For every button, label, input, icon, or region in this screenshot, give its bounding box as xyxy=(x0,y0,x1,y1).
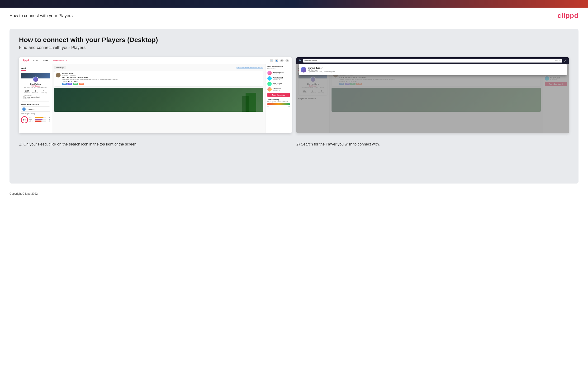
app-bar xyxy=(35,119,46,120)
chevron-down-icon: ▾ xyxy=(48,108,49,110)
player-row-4: Eli Vincent Activities: 1 xyxy=(267,87,290,92)
ott-label: OTT xyxy=(29,117,34,118)
nav-home[interactable]: Home xyxy=(32,59,38,62)
activities-count: 129 xyxy=(24,90,30,92)
clear-button[interactable]: CLEAR xyxy=(555,60,561,62)
main-subheading: Find and connect with your Players xyxy=(19,45,569,50)
metric-app: APP 70 xyxy=(29,118,50,120)
result-avatar xyxy=(301,67,306,73)
search-input-container: Marcus Turner CLEAR xyxy=(303,59,562,63)
search-icon[interactable]: 🔍 xyxy=(270,59,273,62)
quality-score: 84 xyxy=(23,119,26,121)
followers-count: 3 xyxy=(32,90,38,92)
metric-ott: OTT 79 xyxy=(29,117,50,118)
activity-sub: Yesterday · The Grove xyxy=(62,74,262,76)
player-row-2: Piers Parnell Activities: 4 xyxy=(267,76,290,81)
search-icon-overlay: 🔍 xyxy=(299,59,302,62)
middle-panel-1: Following ▾ Control who can see your act… xyxy=(52,64,265,133)
player-selector[interactable]: Eli Vincent ▾ xyxy=(21,107,50,112)
tag-putt: PUTT xyxy=(79,83,85,85)
activity-photo xyxy=(54,88,263,112)
player-name-2: Piers Parnell xyxy=(273,77,290,79)
player-name-1: Richard Butler xyxy=(273,72,290,73)
profile-stats: 129 Activities 3 Followers 4 Following xyxy=(23,90,48,93)
player-info-1: Richard Butler Activities: 7 xyxy=(273,72,290,75)
duration-value: 02 hr : 00 min xyxy=(68,81,79,82)
avatar-icon[interactable]: ● xyxy=(285,59,289,62)
ott-fill xyxy=(35,117,44,118)
metric-bars: OTT 79 APP xyxy=(29,117,50,122)
settings-icon[interactable]: ⚙ xyxy=(280,59,284,62)
activity-desc: Walking the course with my coach to buil… xyxy=(62,78,262,80)
player-avatar-1 xyxy=(267,71,272,75)
ott-bar xyxy=(35,117,46,118)
player-avatar-sm xyxy=(22,107,26,111)
search-text[interactable]: Marcus Turner xyxy=(304,60,317,62)
profile-icon[interactable]: 👤 xyxy=(275,59,278,62)
arg-bar xyxy=(35,120,46,122)
app-label: APP xyxy=(29,118,34,120)
instruction-text-1: 1) On your Feed, click on the search ico… xyxy=(19,141,292,147)
activity-user-name: Richard Butler xyxy=(62,73,262,74)
quality-circle: 84 xyxy=(21,116,28,123)
instructions-row: 1) On your Feed, click on the search ico… xyxy=(19,139,569,149)
nav-teams[interactable]: Teams xyxy=(42,59,49,62)
player-row-3: Hiral Pujara Activities: 3 xyxy=(267,82,290,86)
instruction-1: 1) On your Feed, click on the search ico… xyxy=(19,139,292,149)
result-name: Marcus Turner xyxy=(308,67,335,69)
latest-activity: Latest Activity Afternoon round of golf … xyxy=(23,95,48,99)
player-info-2: Piers Parnell Activities: 4 xyxy=(273,77,290,80)
tag-arg: ARG xyxy=(73,83,78,85)
profile-role: Golf Coach xyxy=(23,85,48,87)
activities-label: Activities xyxy=(24,92,30,93)
team-dashboard-btn[interactable]: Team Dashboard xyxy=(267,93,290,97)
activity-title: Pre Tournament Course Walk xyxy=(62,76,262,78)
golfer-figure-2 xyxy=(242,96,249,112)
player-row-1: Richard Butler Activities: 7 xyxy=(267,71,290,75)
team-heatmap-section: Team Heatmap Player Quality · 20 Round T… xyxy=(267,99,290,107)
nav-my-performance[interactable]: My Performance xyxy=(52,59,68,62)
feed-tab[interactable]: Feed xyxy=(21,67,26,71)
result-handicap: 1.5 Handicap xyxy=(308,69,335,71)
active-players-sub: Last 30 days xyxy=(267,68,290,69)
player-name-3: Hiral Pujara xyxy=(273,83,290,84)
copyright-text: Copyright Clippd 2022 xyxy=(9,192,38,195)
close-search-icon[interactable]: ✕ xyxy=(564,59,567,63)
player-avatar-2 xyxy=(267,76,272,81)
app-nav-1: clippd Home Teams My Performance 🔍 👤 ⚙ ● xyxy=(19,57,292,64)
la-date: 27 Jul 2022 xyxy=(23,98,48,99)
player-selector-name: Eli Vincent xyxy=(26,108,35,110)
player-acts-3: Activities: 3 xyxy=(273,84,290,86)
activity-card: Richard Butler Yesterday · The Grove Pre… xyxy=(54,71,263,87)
following-row: Following ▾ Control who can see your act… xyxy=(54,66,263,69)
tag-pills: OTT APP ARG PUTT xyxy=(62,83,262,85)
ott-val: 79 xyxy=(47,117,50,118)
player-avatar-3 xyxy=(267,82,272,86)
player-acts-2: Activities: 4 xyxy=(273,79,290,80)
pp-title: Player Performance xyxy=(21,103,50,106)
app-val: 70 xyxy=(47,118,50,120)
heatmap-min: -5 xyxy=(267,106,268,107)
search-result-item[interactable]: Marcus Turner 1.5 Handicap Cypress Point… xyxy=(301,66,565,74)
player-info-3: Hiral Pujara Activities: 3 xyxy=(273,83,290,86)
heatmap-title: Team Heatmap xyxy=(267,99,290,101)
activity-content: Richard Butler Yesterday · The Grove Pre… xyxy=(62,73,262,85)
main-heading: How to connect with your Players (Deskto… xyxy=(19,36,569,44)
following-button[interactable]: Following ▾ xyxy=(54,66,66,69)
header: How to connect with your Players clippd xyxy=(0,8,588,24)
nav-icons: 🔍 👤 ⚙ ● xyxy=(270,59,289,62)
tag-ott: OTT xyxy=(62,83,67,85)
player-avatar-4 xyxy=(267,87,272,92)
quality-label: Total Player Quality xyxy=(21,113,50,114)
following-count: 4 xyxy=(41,90,47,92)
stat-activities: 129 Activities xyxy=(24,90,30,93)
heatmap-sub: Player Quality · 20 Round Trend xyxy=(267,101,290,102)
right-panel-1: Most Active Players Last 30 days Richard… xyxy=(265,64,292,133)
arg-val: 61 xyxy=(47,120,50,122)
app-logo-1: clippd xyxy=(22,59,29,62)
player-acts-4: Activities: 1 xyxy=(273,90,290,91)
photo-overlay xyxy=(54,88,263,112)
heatmap-bar xyxy=(267,103,290,105)
heatmap-max: +5 xyxy=(288,106,290,107)
control-link[interactable]: Control who can see your activity and da… xyxy=(237,67,263,68)
